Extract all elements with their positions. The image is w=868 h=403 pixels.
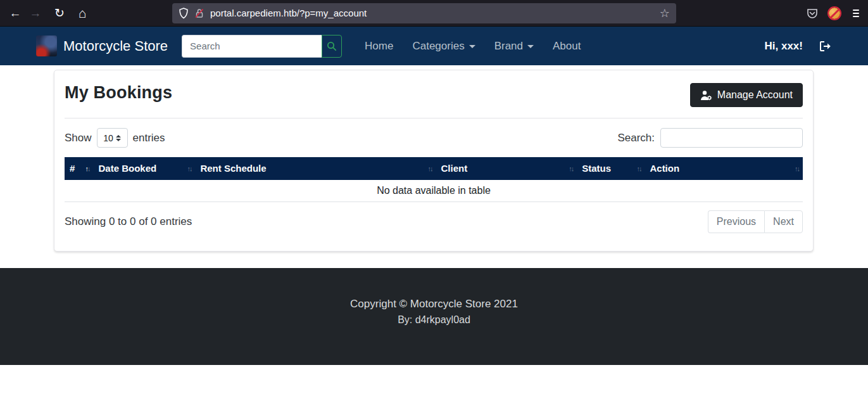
nav-links: Home Categories Brand About <box>365 40 581 53</box>
user-greeting: Hi, xxx! <box>765 40 803 53</box>
person-gear-icon <box>700 90 712 101</box>
nav-link-home[interactable]: Home <box>365 40 393 53</box>
navbar-search-input[interactable] <box>182 35 322 58</box>
previous-page-button[interactable]: Previous <box>708 210 764 233</box>
column-header-date-booked[interactable]: Date Booked ↑↓ <box>93 157 195 180</box>
chevron-down-icon <box>469 45 475 48</box>
manage-account-button[interactable]: Manage Account <box>690 83 803 107</box>
sort-descending-icon: ↓ <box>639 165 641 172</box>
bookings-table: # ↑↓ Date Booked ↑↓ Rent Schedule ↑↓ C <box>65 157 803 202</box>
logout-icon[interactable] <box>819 41 832 52</box>
column-header-client[interactable]: Client ↑↓ <box>436 157 577 180</box>
entries-label: entries <box>133 132 165 144</box>
reload-icon[interactable]: ↻ <box>49 3 70 23</box>
home-icon[interactable]: ⌂ <box>72 3 92 23</box>
divider <box>65 118 803 118</box>
bookmark-star-icon[interactable]: ☆ <box>660 6 670 20</box>
sort-descending-icon: ↓ <box>430 165 432 172</box>
page-content: My Bookings <box>0 65 868 252</box>
insecure-lock-icon[interactable] <box>194 8 204 19</box>
menu-icon[interactable] <box>850 6 862 21</box>
sort-icons: ↑↓ <box>795 165 799 172</box>
sort-icons: ↑↓ <box>85 165 89 172</box>
table-search-input[interactable] <box>660 128 803 148</box>
column-header-index[interactable]: # ↑↓ <box>65 157 93 180</box>
browser-window: ← → ↻ ⌂ portal.carpediem.htb/?p=my_accou… <box>0 0 868 403</box>
search-icon <box>327 41 337 51</box>
navbar-search-button[interactable] <box>322 35 342 58</box>
show-label: Show <box>65 132 92 144</box>
sort-descending-icon: ↓ <box>189 165 192 172</box>
next-page-button[interactable]: Next <box>764 210 803 233</box>
toolbar-right <box>806 6 862 21</box>
sort-icons: ↑↓ <box>187 165 191 172</box>
column-header-status[interactable]: Status ↑↓ <box>577 157 645 180</box>
sort-descending-icon: ↓ <box>87 165 90 172</box>
nav-link-brand[interactable]: Brand <box>494 40 534 53</box>
pocket-icon[interactable] <box>806 7 819 20</box>
back-icon[interactable]: ← <box>5 3 25 23</box>
select-arrows-icon <box>116 135 121 141</box>
site-footer: Copyright © Motorcycle Store 2021 By: d4… <box>0 268 868 365</box>
navbar-search-form <box>182 35 342 58</box>
nav-link-categories[interactable]: Categories <box>412 40 475 53</box>
column-header-rent-schedule[interactable]: Rent Schedule ↑↓ <box>195 157 436 180</box>
navbar-right: Hi, xxx! <box>765 40 832 53</box>
sort-icons: ↑↓ <box>636 165 641 172</box>
page-bottom-space <box>0 365 868 403</box>
table-search-label: Search: <box>617 132 655 144</box>
empty-message: No data available in table <box>65 180 803 202</box>
sort-icons: ↑↓ <box>569 165 573 172</box>
brand-name[interactable]: Motorcycle Store <box>63 38 168 54</box>
brand-logo-image <box>36 35 57 56</box>
browser-toolbar: ← → ↻ ⌂ portal.carpediem.htb/?p=my_accou… <box>0 0 868 27</box>
site-navbar: Motorcycle Store Home Categories Brand <box>0 27 868 65</box>
sort-icons: ↑↓ <box>427 165 432 172</box>
bookings-card: My Bookings <box>54 70 814 252</box>
shield-icon[interactable] <box>179 8 189 19</box>
url-text[interactable]: portal.carpediem.htb/?p=my_account <box>210 8 655 18</box>
empty-table-row: No data available in table <box>65 180 803 202</box>
address-bar[interactable]: portal.carpediem.htb/?p=my_account ☆ <box>172 3 676 23</box>
extension-blocked-icon[interactable] <box>827 6 841 20</box>
author-text: By: d4rkpayl0ad <box>0 314 868 326</box>
pagination: Previous Next <box>708 210 803 233</box>
page-length-select[interactable]: 10 <box>97 128 128 148</box>
sort-descending-icon: ↓ <box>571 165 574 172</box>
column-header-action[interactable]: Action ↑↓ <box>645 157 803 180</box>
table-info: Showing 0 to 0 of 0 entries <box>65 215 192 228</box>
page-title: My Bookings <box>65 83 172 103</box>
copyright-text: Copyright © Motorcycle Store 2021 <box>0 298 868 310</box>
sort-descending-icon: ↓ <box>797 165 800 172</box>
brand[interactable]: Motorcycle Store <box>36 35 168 56</box>
nav-link-about[interactable]: About <box>553 40 581 53</box>
forward-icon[interactable]: → <box>25 3 46 23</box>
chevron-down-icon <box>527 45 534 48</box>
